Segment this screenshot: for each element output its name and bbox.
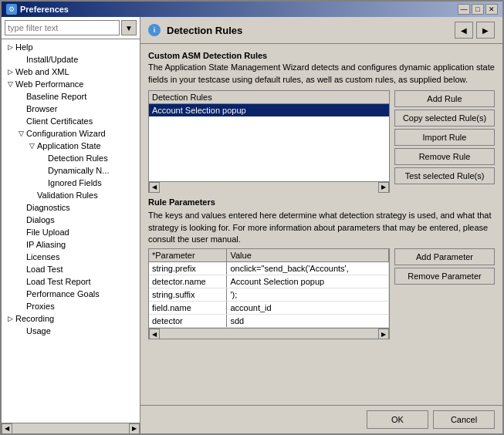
params-scroll-track[interactable] (160, 329, 378, 339)
tree-item-recording[interactable]: ▷Recording (2, 312, 140, 325)
nav-forward-button[interactable]: ▶ (476, 22, 495, 39)
tree-item-load-test[interactable]: Load Test (2, 263, 140, 275)
tree-item-web-xml[interactable]: ▷Web and XML (2, 66, 140, 78)
tree-label-load-test: Load Test (26, 265, 63, 274)
value-cell-0: onclick="send_back('Accounts', (227, 262, 389, 275)
tree-expander-usage[interactable] (15, 325, 26, 336)
maximize-button[interactable]: □ (472, 4, 484, 15)
tree-expander-ip-aliasing[interactable] (15, 239, 26, 250)
tree-item-validation-rules[interactable]: Validation Rules (2, 189, 140, 201)
tree-expander-ignored-fields[interactable] (37, 177, 48, 188)
param-row-1[interactable]: detector.nameAccount Selection popup (149, 275, 389, 288)
copy-selected-button[interactable]: Copy selected Rule(s) (394, 110, 495, 126)
tree-expander-baseline-report[interactable] (15, 91, 26, 102)
rules-scroll-right[interactable]: ▶ (378, 182, 389, 193)
params-scroll-left[interactable]: ◀ (149, 329, 160, 339)
tree-item-load-test-report[interactable]: Load Test Report (2, 275, 140, 288)
tree-item-usage[interactable]: Usage (2, 325, 140, 337)
tree-expander-file-upload[interactable] (15, 227, 26, 238)
param-row-3[interactable]: field.nameaccount_id (149, 302, 389, 315)
scroll-left-arrow[interactable]: ◀ (2, 423, 12, 434)
tree-expander-validation-rules[interactable] (26, 190, 37, 201)
nav-buttons: ◀ ▶ (455, 22, 495, 39)
close-button[interactable]: ✕ (485, 4, 498, 15)
param-row-4[interactable]: detectorsdd (149, 315, 389, 328)
param-row-2[interactable]: string.suffix'); (149, 288, 389, 302)
tree-item-licenses[interactable]: Licenses (2, 251, 140, 263)
rule-item-account-selection[interactable]: Account Selection popup (149, 104, 389, 116)
tree-item-app-state[interactable]: ▽Application State (2, 140, 140, 152)
description-body: The Application State Management Wizard … (148, 62, 495, 86)
tree-item-baseline-report[interactable]: Baseline Report (2, 90, 140, 103)
tree-expander-client-certificates[interactable] (15, 116, 26, 126)
tree-item-detection-rules[interactable]: Detection Rules (2, 152, 140, 164)
tree-horizontal-scrollbar[interactable]: ◀ ▶ (2, 423, 140, 433)
rules-list-container: Detection Rules Account Selection popup … (148, 90, 390, 193)
tree-item-dialogs[interactable]: Dialogs (2, 214, 140, 226)
scroll-right-arrow[interactable]: ▶ (129, 423, 140, 434)
test-selected-button[interactable]: Test selected Rule(s) (394, 167, 495, 184)
rules-list-body[interactable]: Account Selection popup (149, 104, 389, 181)
tree-expander-load-test-report[interactable] (15, 276, 26, 287)
tree-expander-diagnostics[interactable] (15, 202, 26, 213)
tree-item-ignored-fields[interactable]: Ignored Fields (2, 177, 140, 189)
add-parameter-button[interactable]: Add Parameter (394, 248, 495, 265)
tree-label-dynamically: Dynamically N... (48, 166, 109, 175)
tree-expander-config-wizard[interactable]: ▽ (15, 128, 26, 139)
tree-expander-web-xml[interactable]: ▷ (5, 66, 15, 77)
tree-expander-recording[interactable]: ▷ (5, 313, 15, 324)
tree-label-web-xml: Web and XML (15, 67, 69, 76)
tree-item-install-update[interactable]: Install/Update (2, 53, 140, 66)
remove-rule-button[interactable]: Remove Rule (394, 148, 495, 165)
params-buttons: Add Parameter Remove Parameter (394, 248, 495, 339)
tree-expander-detection-rules[interactable] (37, 153, 48, 164)
value-cell-1: Account Selection popup (227, 275, 389, 288)
tree-expander-load-test[interactable] (15, 264, 26, 275)
tree-expander-help[interactable]: ▷ (5, 42, 15, 52)
tree-item-web-performance[interactable]: ▽Web Performance (2, 78, 140, 90)
scroll-track[interactable] (12, 423, 129, 434)
tree-item-performance-goals[interactable]: Performance Goals (2, 288, 140, 300)
minimize-button[interactable]: — (458, 4, 470, 15)
tree-item-dynamically[interactable]: Dynamically N... (2, 164, 140, 177)
tree-item-proxies[interactable]: Proxies (2, 300, 140, 312)
rules-scroll-track[interactable] (160, 182, 378, 193)
tree-label-install-update: Install/Update (26, 55, 78, 64)
cancel-button[interactable]: Cancel (433, 410, 495, 429)
tree-expander-install-update[interactable] (15, 54, 26, 65)
tree-label-proxies: Proxies (26, 302, 55, 311)
value-cell-3: account_id (227, 302, 389, 315)
tree-expander-licenses[interactable] (15, 251, 26, 262)
rules-list-header: Detection Rules (149, 91, 389, 104)
tree-expander-dynamically[interactable] (37, 165, 48, 176)
ok-button[interactable]: OK (367, 410, 428, 429)
tree-item-browser[interactable]: Browser (2, 103, 140, 115)
tree-item-help[interactable]: ▷Help (2, 41, 140, 53)
param-row-0[interactable]: string.prefixonclick="send_back('Account… (149, 262, 389, 275)
tree-item-config-wizard[interactable]: ▽Configuration Wizard (2, 127, 140, 140)
params-table-wrapper: *Parameter Value string.prefixonclick="s… (148, 248, 390, 339)
remove-parameter-button[interactable]: Remove Parameter (394, 268, 495, 285)
tree-expander-performance-goals[interactable] (15, 288, 26, 299)
tree-item-ip-aliasing[interactable]: IP Aliasing (2, 238, 140, 251)
tree-expander-proxies[interactable] (15, 301, 26, 312)
rules-h-scrollbar[interactable]: ◀ ▶ (149, 181, 389, 192)
import-rule-button[interactable]: Import Rule (394, 129, 495, 146)
filter-input[interactable] (5, 20, 120, 35)
tree-expander-app-state[interactable]: ▽ (26, 140, 37, 151)
tree-expander-web-performance[interactable]: ▽ (5, 79, 15, 89)
tree-expander-browser[interactable] (15, 103, 26, 114)
tree-item-file-upload[interactable]: File Upload (2, 226, 140, 238)
tree-label-ignored-fields: Ignored Fields (48, 178, 102, 187)
title-bar-left: ⚙ Preferences (6, 4, 69, 15)
rules-scroll-left[interactable]: ◀ (149, 182, 160, 193)
params-scroll-right[interactable]: ▶ (378, 329, 389, 339)
nav-back-button[interactable]: ◀ (455, 22, 473, 39)
filter-dropdown-button[interactable]: ▼ (121, 20, 137, 35)
tree-area[interactable]: ▷HelpInstall/Update▷Web and XML▽Web Perf… (2, 39, 140, 423)
params-h-scrollbar[interactable]: ◀ ▶ (149, 328, 389, 339)
tree-item-client-certificates[interactable]: Client Certificates (2, 115, 140, 127)
tree-expander-dialogs[interactable] (15, 214, 26, 225)
add-rule-button[interactable]: Add Rule (394, 90, 495, 107)
tree-item-diagnostics[interactable]: Diagnostics (2, 201, 140, 214)
